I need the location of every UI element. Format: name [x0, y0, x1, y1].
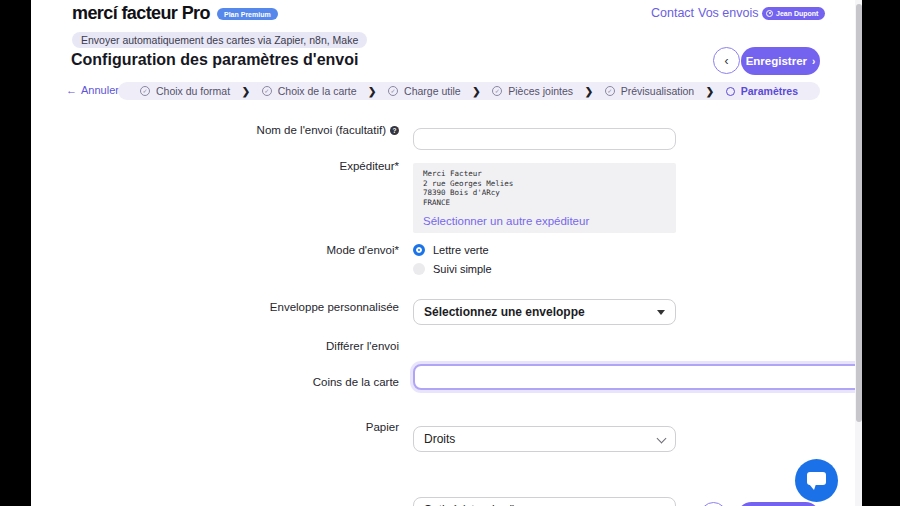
- nav-contact-link[interactable]: Contact: [651, 6, 694, 20]
- radio-option-lettre-verte[interactable]: Lettre verte: [413, 244, 676, 256]
- radio-option-suivi-simple[interactable]: Suivi simple: [413, 263, 676, 275]
- change-sender-link[interactable]: Sélectionner un autre expéditeur: [423, 215, 589, 227]
- mode-field-label: Mode d'envoi*: [31, 244, 399, 256]
- step-parametres[interactable]: Paramètres: [726, 85, 798, 97]
- chevron-down-icon: [657, 435, 665, 443]
- chat-bubble-icon: [807, 472, 826, 485]
- cancel-link[interactable]: ← Annuler: [66, 84, 119, 96]
- step-pieces-jointes[interactable]: ✓ Pièces jointes: [492, 85, 573, 97]
- user-name: Jean Dupont: [776, 10, 818, 17]
- user-avatar-icon: [766, 10, 773, 17]
- save-button-bottom[interactable]: [737, 502, 820, 506]
- user-account-badge[interactable]: Jean Dupont: [762, 7, 825, 20]
- check-circle-icon: ✓: [262, 86, 272, 96]
- chevron-separator-icon: ❯: [368, 86, 376, 97]
- step-label: Prévisualisation: [621, 85, 695, 97]
- step-label: Paramètres: [741, 85, 798, 97]
- plan-premium-badge: Plan Premium: [217, 8, 278, 20]
- help-icon[interactable]: ?: [390, 126, 399, 135]
- stepper-bar: ✓ Choix du format ❯ ✓ Choix de la carte …: [118, 82, 820, 100]
- caret-down-icon: [657, 310, 665, 315]
- corners-field-label: Coins de la carte: [31, 376, 399, 388]
- save-button[interactable]: Enregistrer ›: [741, 47, 820, 75]
- arrow-left-icon: ←: [66, 84, 77, 96]
- paper-field-label: Papier: [31, 421, 399, 433]
- back-button-bottom[interactable]: [700, 502, 727, 506]
- send-name-input[interactable]: [413, 128, 676, 150]
- chevron-right-icon: ›: [812, 56, 815, 67]
- step-choix-du-format[interactable]: ✓ Choix du format: [140, 85, 230, 97]
- delay-number-input[interactable]: [413, 364, 862, 390]
- check-circle-icon: ✓: [140, 86, 150, 96]
- page-title: Configuration des paramètres d'envoi: [71, 51, 358, 69]
- chat-widget-button[interactable]: [795, 459, 838, 502]
- radio-unselected-icon[interactable]: [413, 263, 425, 275]
- name-field-label: Nom de l'envoi (facultatif)?: [31, 124, 399, 136]
- scrollbar-track[interactable]: [855, 0, 862, 506]
- chevron-left-icon: ‹: [725, 54, 729, 68]
- sender-field-label: Expéditeur*: [31, 160, 399, 172]
- corners-select-value: Droits: [424, 432, 657, 446]
- step-label: Choix de la carte: [278, 85, 357, 97]
- delay-field-label: Différer l'envoi: [31, 340, 399, 352]
- chevron-separator-icon: ❯: [472, 86, 480, 97]
- step-charge-utile[interactable]: ✓ Charge utile: [388, 85, 461, 97]
- radio-selected-icon[interactable]: [413, 244, 425, 256]
- sender-box: Merci Facteur 2 rue Georges Melies 78390…: [413, 163, 676, 233]
- corners-select[interactable]: Droits: [413, 426, 676, 452]
- check-circle-icon: ✓: [605, 86, 615, 96]
- check-circle-icon: ✓: [388, 86, 398, 96]
- envelope-select-value: Sélectionnez une enveloppe: [424, 305, 657, 319]
- chevron-separator-icon: ❯: [585, 86, 593, 97]
- envelope-field-label: Enveloppe personnalisée: [31, 301, 399, 313]
- paper-select[interactable]: Satiné (standard): [413, 497, 676, 506]
- save-button-label: Enregistrer: [746, 55, 807, 67]
- check-circle-icon: ✓: [492, 86, 502, 96]
- step-label: Charge utile: [404, 85, 461, 97]
- step-label: Choix du format: [156, 85, 230, 97]
- nav-vos-envois-link[interactable]: Vos envois: [698, 6, 758, 20]
- back-button[interactable]: ‹: [713, 47, 740, 74]
- radio-label: Suivi simple: [433, 263, 492, 275]
- chevron-separator-icon: ❯: [706, 86, 714, 97]
- step-choix-de-la-carte[interactable]: ✓ Choix de la carte: [262, 85, 357, 97]
- chevron-separator-icon: ❯: [242, 86, 250, 97]
- app-window: mercí facteur Pro Plan Premium Contact V…: [31, 0, 862, 506]
- sender-address: Merci Facteur 2 rue Georges Melies 78390…: [423, 169, 666, 207]
- step-previsualisation[interactable]: ✓ Prévisualisation: [605, 85, 695, 97]
- brand-logo[interactable]: mercí facteur Pro: [72, 3, 210, 24]
- radio-label: Lettre verte: [433, 244, 489, 256]
- scrollbar-thumb[interactable]: [856, 4, 862, 422]
- context-pill: Envoyer automatiquement des cartes via Z…: [72, 32, 367, 48]
- cancel-label: Annuler: [81, 84, 119, 96]
- envelope-select[interactable]: Sélectionnez une enveloppe: [413, 299, 676, 325]
- radio-circle-icon: [726, 87, 735, 96]
- step-label: Pièces jointes: [508, 85, 573, 97]
